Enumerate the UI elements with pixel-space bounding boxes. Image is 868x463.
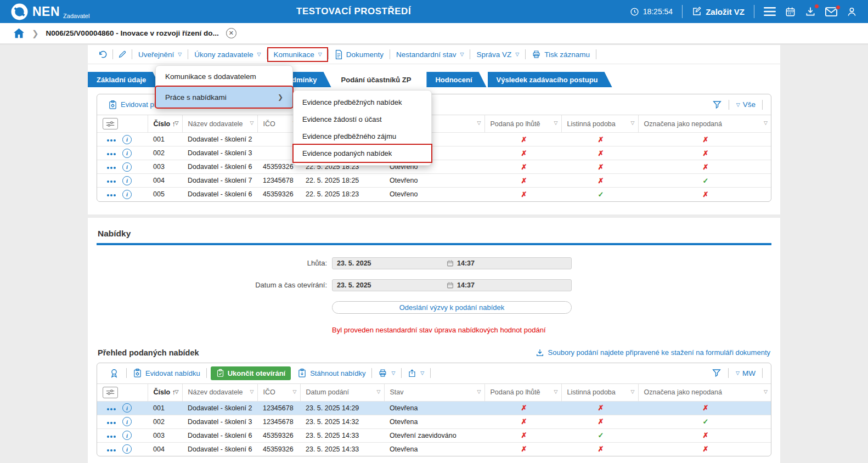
table-row[interactable]: i001Dodavatel - školení 2Otevřeno✗✗✗ (97, 133, 771, 146)
column-header-5[interactable]: Podaná po lhůtě▽ (484, 383, 561, 401)
table-row[interactable]: i003Dodavatel - školení 64535932623. 5. … (97, 428, 771, 442)
column-filter-caret[interactable]: ▽ (764, 389, 768, 394)
filter-funnel-icon[interactable] (712, 100, 722, 110)
menu-tisk-zaznamu[interactable]: Tisk záznamu (527, 48, 595, 61)
row-menu-button[interactable] (107, 445, 117, 453)
history-button[interactable] (94, 48, 111, 61)
column-header-6[interactable]: Listinná podoba▽ (561, 115, 638, 133)
lhuta-date-value[interactable]: 23. 5. 2025 (332, 259, 447, 267)
row-info-button[interactable]: i (122, 403, 132, 413)
menu-sprava-vz[interactable]: Správa VZ▽ (471, 48, 524, 61)
tab-4[interactable]: Hodnocení (426, 72, 486, 87)
row-menu-button[interactable] (107, 190, 117, 198)
row-menu-button[interactable] (107, 149, 117, 157)
row-menu-button[interactable] (107, 432, 117, 439)
tab-5[interactable]: Výsledek zadávacího postupu (488, 72, 612, 87)
row-menu-button[interactable] (107, 177, 117, 184)
calendar-icon[interactable] (447, 281, 454, 289)
column-header-1[interactable]: Název dodavatele▽ (182, 115, 257, 133)
column-header-7[interactable]: Označena jako nepodaná▽ (638, 115, 771, 133)
column-filter-caret[interactable]: ▽ (477, 120, 481, 126)
lhuta-time-value[interactable]: 14:37 (454, 259, 475, 267)
menu-komunikace[interactable]: Komunikace▽ (268, 48, 326, 61)
nen-logo[interactable]: NEN Zadavatel (11, 3, 89, 20)
row-info-button[interactable]: i (122, 162, 132, 172)
column-filter-caret[interactable]: ▽ (250, 389, 254, 394)
column-filter-caret[interactable]: ▽ (631, 120, 635, 126)
table-row[interactable]: i001Dodavatel - školení 21234567823. 5. … (97, 401, 771, 415)
menu-nestandardni-stav[interactable]: Nestandardní stav▽ (391, 48, 469, 61)
row-info-button[interactable]: i (122, 444, 132, 454)
column-header-3[interactable]: Datum podání▽ (300, 383, 384, 401)
row-info-button[interactable]: i (122, 149, 132, 158)
filter-funnel-icon[interactable] (712, 368, 722, 378)
table-row[interactable]: i005Dodavatel - školení 64535932622. 5. … (97, 188, 771, 201)
profile-button[interactable] (847, 7, 857, 17)
breadcrumb-close-icon[interactable]: ✕ (226, 28, 236, 38)
row-info-button[interactable]: i (122, 176, 132, 185)
submenu-item-evidence-predbeznych-nabidek[interactable]: Evidence předběžných nabídek (294, 94, 431, 111)
download-files-link[interactable]: Soubory podání najdete připravené ke sta… (536, 348, 770, 357)
ukoncit-oteviranie-button[interactable]: Ukončit otevírání (211, 366, 291, 380)
odeslani-vyzvy-button[interactable]: Odeslání výzvy k podání nabídek (332, 301, 572, 314)
tab-3[interactable]: Podání účastníků ZP (332, 72, 426, 87)
column-filter-caret[interactable]: ▽ (250, 120, 254, 126)
row-info-button[interactable]: i (122, 417, 132, 426)
edit-record-button[interactable] (114, 48, 131, 61)
column-filter-caret[interactable]: ▽ (554, 120, 558, 126)
column-header-1[interactable]: Název dodavatele▽ (182, 383, 257, 401)
row-menu-button[interactable] (107, 135, 117, 143)
row-info-button[interactable]: i (122, 431, 132, 440)
menu-item-prace-s-nabidkami[interactable]: Práce s nabídkami ❯ (156, 87, 292, 108)
table-row[interactable]: i002Dodavatel - školení 3Otevřeno✗✗✗ (97, 146, 771, 160)
menu-uverejneni[interactable]: Uveřejnění▽ (133, 48, 187, 61)
column-header-4[interactable]: Stav▽ (384, 383, 484, 401)
column-filter-caret[interactable]: ▽ (477, 389, 481, 394)
column-header-2[interactable]: IČO▽ (257, 383, 300, 401)
view-filter-dropdown[interactable]: ▽MW (735, 369, 756, 377)
messages-button[interactable] (825, 7, 837, 16)
row-menu-button[interactable] (107, 418, 117, 426)
column-filter-caret[interactable]: ▽ (377, 389, 381, 394)
row-menu-button[interactable] (107, 163, 117, 171)
calendar-icon[interactable] (447, 259, 454, 267)
menu-item-komunikace-s-dodavatelem[interactable]: Komunikace s dodavatelem (156, 66, 292, 87)
table-row[interactable]: i004Dodavatel - školení 64535932623. 5. … (97, 442, 771, 456)
column-filter-caret[interactable]: ▽ (764, 120, 768, 126)
row-menu-button[interactable] (107, 404, 117, 412)
oteviranie-date-value[interactable]: 23. 5. 2025 (332, 281, 447, 289)
oteviranie-time-value[interactable]: 14:37 (454, 281, 475, 289)
calendar-button[interactable] (785, 7, 796, 17)
table-row[interactable]: i002Dodavatel - školení 31234567823. 5. … (97, 415, 771, 428)
stahnout-nabidky-button[interactable]: Stáhnout nabídky (293, 368, 370, 378)
column-header-0[interactable]: Číslo ↑▽ (148, 115, 182, 133)
table-row[interactable]: i004Dodavatel - školení 71234567822. 5. … (97, 174, 771, 188)
breadcrumb-item[interactable]: N006/25/V00004860 - Inovace v rozvoji ří… (46, 29, 219, 37)
column-header-5[interactable]: Podaná po lhůtě▽ (484, 115, 561, 133)
column-filter-caret[interactable]: ▽ (175, 120, 179, 126)
table-row[interactable]: i003Dodavatel - školení 64535932622. 5. … (97, 160, 771, 174)
tab-0[interactable]: Základní údaje (88, 72, 160, 87)
column-filter-caret[interactable]: ▽ (175, 389, 179, 394)
export-button[interactable]: ▽ (403, 369, 429, 378)
column-filter-caret[interactable]: ▽ (631, 389, 635, 394)
award-button[interactable] (104, 368, 125, 379)
column-header-6[interactable]: Listinná podoba▽ (561, 383, 638, 401)
evidovat-nabidku-button[interactable]: Evidovat nabídku (128, 368, 205, 378)
menu-dokumenty[interactable]: Dokumenty (330, 48, 388, 61)
main-menu-button[interactable] (764, 7, 776, 16)
row-info-button[interactable]: i (122, 190, 132, 199)
home-icon[interactable] (13, 28, 25, 38)
submenu-item-evidence-podanych-nabidek[interactable]: Evidence podaných nabídek (294, 145, 431, 162)
view-filter-dropdown[interactable]: ▽Vše (736, 100, 756, 109)
create-vz-button[interactable]: Založit VZ (692, 7, 745, 16)
menu-ukony-zadavatele[interactable]: Úkony zadavatele▽ (189, 48, 266, 61)
column-settings-icon[interactable] (103, 387, 118, 398)
row-info-button[interactable]: i (122, 135, 132, 144)
column-header-0[interactable]: Číslo ↑▽ (148, 383, 182, 401)
column-filter-caret[interactable]: ▽ (293, 389, 297, 394)
print-table-button[interactable]: ▽ (374, 369, 399, 377)
submenu-item-evidence-zadosti-o-ucast[interactable]: Evidence žádostí o účast (294, 111, 431, 128)
column-header-7[interactable]: Označena jako nepodaná▽ (638, 383, 771, 401)
column-filter-caret[interactable]: ▽ (554, 389, 558, 394)
